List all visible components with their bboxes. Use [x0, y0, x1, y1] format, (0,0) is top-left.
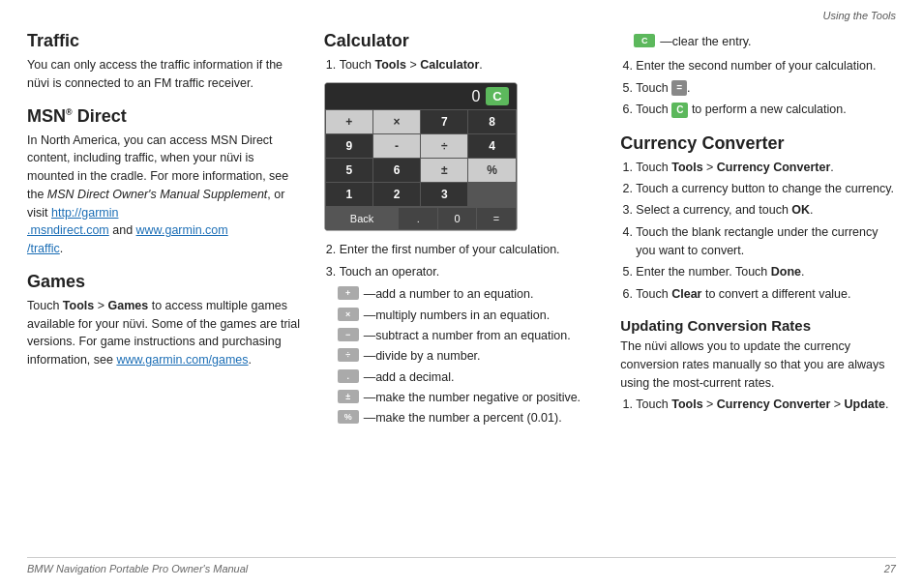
calc-times[interactable]: × — [373, 110, 420, 133]
bullet-subtract: − —subtract a number from an equation. — [338, 327, 600, 345]
calculator-image: 0 C + × 7 8 9 - ÷ 4 5 6 ± — [324, 82, 518, 231]
calc-3[interactable]: 3 — [421, 183, 467, 206]
calc-equals[interactable]: = — [477, 208, 515, 229]
page-section-label: Using the Tools — [823, 10, 896, 21]
column-2: Calculator Touch Tools > Calculator. 0 C… — [324, 31, 621, 430]
bullet-decimal: . —add a decimal. — [338, 368, 600, 387]
decimal-icon: . — [338, 369, 359, 383]
percent-icon: % — [338, 410, 359, 424]
negate-icon: ± — [338, 390, 359, 403]
currency-done: Done — [771, 265, 801, 279]
calc-minus[interactable]: - — [373, 134, 420, 158]
currency-step-1: Touch Tools > Currency Converter. — [636, 159, 896, 177]
calc-bottom-row: Back . 0 = — [325, 207, 517, 230]
calc-c-button[interactable]: C — [486, 87, 508, 105]
traffic-title: Traffic — [27, 31, 303, 51]
calc-percent[interactable]: % — [468, 159, 515, 182]
calc-zero[interactable]: 0 — [438, 208, 476, 229]
currency-step-4: Touch the blank rectangle under the curr… — [636, 223, 896, 261]
bullet-percent: % —make the number a percent (0.01). — [338, 409, 600, 427]
currency-step-5: Enter the number. Touch Done. — [636, 263, 896, 281]
currency-tools-link: Tools — [671, 161, 702, 174]
calculator-steps: Touch Tools > Calculator. — [340, 56, 600, 74]
calc-step-4: Enter the second number of your calculat… — [636, 57, 896, 75]
add-text: —add a number to an equation. — [364, 285, 534, 304]
calc-4[interactable]: 4 — [468, 134, 515, 158]
clear-bullet-list: C —clear the entry. — [634, 33, 896, 51]
footer-right: 27 — [884, 563, 896, 574]
currency-clear: Clear — [671, 287, 701, 301]
updating-title: Updating Conversion Rates — [620, 317, 896, 334]
bullet-add: + —add a number to an equation. — [338, 285, 600, 304]
currency-converter-title: Currency Converter — [620, 133, 896, 154]
calc-6[interactable]: 6 — [373, 159, 420, 182]
calc-5[interactable]: 5 — [326, 159, 372, 182]
clear-btn-icon: C — [634, 34, 655, 47]
calc-step-2: Enter the first number of your calculati… — [340, 241, 600, 259]
calc-tools-link: Tools — [375, 58, 406, 72]
calc-back[interactable]: Back — [326, 208, 399, 229]
games-games-link: Games — [108, 299, 149, 312]
calc-7[interactable]: 7 — [421, 110, 467, 133]
currency-steps: Touch Tools > Currency Converter. Touch … — [636, 159, 896, 305]
calc-plusminus[interactable]: ± — [421, 159, 467, 182]
calc-step-1: Touch Tools > Calculator. — [340, 56, 600, 74]
footer-left: BMW Navigation Portable Pro Owner's Manu… — [27, 563, 248, 574]
calc-dot[interactable]: . — [399, 208, 436, 229]
updating-step-1: Touch Tools > Currency Converter > Updat… — [636, 396, 896, 414]
msn-title-text: MSN — [27, 106, 66, 126]
traffic-body: You can only access the traffic informat… — [27, 56, 303, 93]
calc-2[interactable]: 2 — [373, 183, 420, 206]
calc-operator-list: + —add a number to an equation. × —multi… — [338, 285, 600, 428]
msn-title: MSN® Direct — [27, 106, 303, 127]
bullet-clear: C —clear the entry. — [634, 33, 896, 51]
msn-italic: MSN Direct Owner's Manual Supplement — [47, 188, 267, 201]
currency-ok: OK — [791, 203, 810, 217]
bullet-divide: ÷ —divide by a number. — [338, 347, 600, 366]
multiply-icon: × — [338, 308, 359, 321]
multiply-text: —multiply numbers in an equation. — [364, 307, 550, 325]
calculator-steps-2: Enter the first number of your calculati… — [340, 241, 600, 281]
divide-icon: ÷ — [338, 348, 359, 362]
currency-step-3: Select a currency, and touch OK. — [636, 201, 896, 220]
column-1: Traffic You can only access the traffic … — [27, 31, 324, 430]
currency-converter-link: Currency Converter — [717, 161, 830, 174]
games-title: Games — [27, 272, 303, 292]
bullet-negate: ± —make the number negative or positive. — [338, 389, 600, 407]
calc-grid: + × 7 8 9 - ÷ 4 5 6 ± % 1 2 3 — [325, 109, 517, 207]
equals-btn: = — [671, 80, 687, 96]
calc-step-6: Touch C to perform a new calculation. — [636, 101, 896, 119]
divide-text: —divide by a number. — [364, 347, 481, 366]
calc-divide[interactable]: ÷ — [421, 134, 467, 158]
msn-superscript: ® — [66, 107, 73, 117]
footer: BMW Navigation Portable Pro Owner's Manu… — [27, 557, 896, 574]
calc-step-5: Touch =. — [636, 79, 896, 98]
games-link[interactable]: www.garmin.com/games — [116, 353, 248, 367]
calc-plus[interactable]: + — [326, 110, 372, 133]
calculator-steps-3: Enter the second number of your calculat… — [636, 57, 896, 119]
decimal-text: —add a decimal. — [364, 368, 455, 387]
negate-text: —make the number negative or positive. — [364, 389, 581, 407]
subtract-icon: − — [338, 328, 359, 341]
calc-8[interactable]: 8 — [468, 110, 515, 133]
subtract-text: —subtract a number from an equation. — [364, 327, 571, 345]
games-body: Touch Tools > Games to access multiple g… — [27, 297, 303, 369]
updating-tools-link: Tools — [671, 397, 702, 411]
calc-display-number: 0 — [471, 88, 480, 105]
calculator-title: Calculator — [324, 31, 600, 51]
updating-update-link: Update — [845, 397, 885, 411]
calc-calculator-link: Calculator — [420, 58, 479, 72]
updating-steps: Touch Tools > Currency Converter > Updat… — [636, 396, 896, 414]
calc-step-3: Touch an operator. — [340, 263, 600, 281]
bullet-multiply: × —multiply numbers in an equation. — [338, 307, 600, 325]
updating-converter-link: Currency Converter — [717, 397, 830, 411]
calc-9[interactable]: 9 — [326, 134, 372, 158]
msn-body: In North America, you can access MSN Dir… — [27, 132, 303, 258]
percent-text: —make the number a percent (0.01). — [364, 409, 562, 427]
c-btn-inline: C — [671, 103, 688, 118]
clear-text: —clear the entry. — [660, 33, 751, 51]
calc-1[interactable]: 1 — [326, 183, 372, 206]
updating-body: The nüvi allows you to update the curren… — [620, 338, 896, 392]
games-tools-link: Tools — [63, 299, 94, 312]
calc-display: 0 C — [325, 83, 517, 109]
